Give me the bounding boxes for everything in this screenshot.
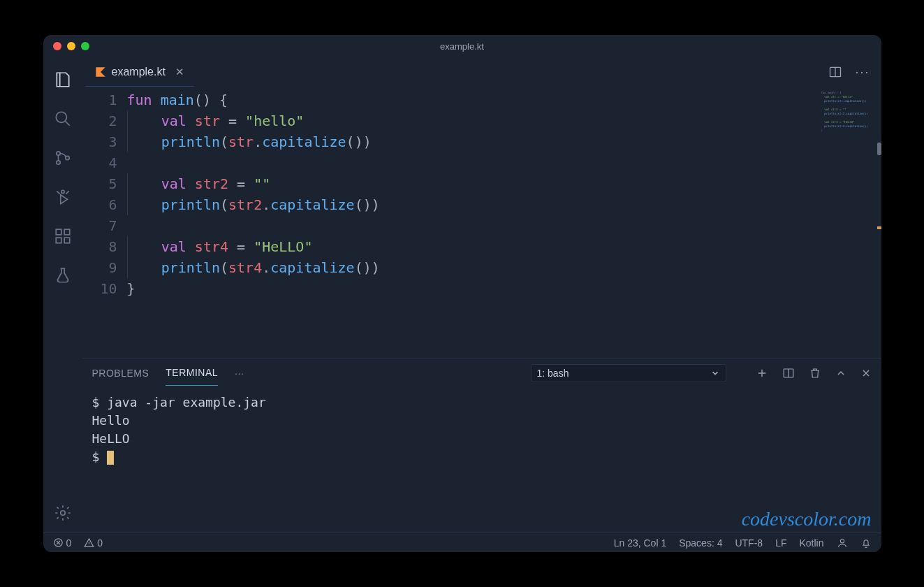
svg-point-0 — [56, 112, 66, 122]
settings-gear-icon[interactable] — [53, 503, 73, 523]
svg-rect-6 — [56, 238, 61, 243]
tab-close-icon[interactable]: ✕ — [175, 66, 184, 78]
svg-point-9 — [60, 511, 65, 516]
tab-label: example.kt — [112, 66, 166, 78]
status-warnings[interactable]: 0 — [84, 537, 103, 549]
code-content: fun main() { val str = "hello" println(s… — [127, 89, 819, 358]
status-cursor[interactable]: Ln 23, Col 1 — [614, 537, 667, 549]
chevron-down-icon — [710, 368, 720, 378]
panel-tab-terminal[interactable]: TERMINAL — [166, 360, 218, 386]
svg-rect-7 — [64, 238, 70, 243]
panel-tab-more[interactable]: ··· — [235, 361, 244, 386]
watermark: codevscolor.com — [742, 510, 872, 528]
terminal-output[interactable]: $ java -jar example.jarHelloHeLLO$ codev… — [82, 388, 881, 532]
minimap[interactable]: fun main() { val str = "hello" println(s… — [819, 87, 881, 358]
extensions-icon[interactable] — [53, 226, 73, 246]
split-terminal-icon[interactable] — [782, 367, 795, 379]
status-bell-icon[interactable] — [860, 537, 872, 549]
maximize-window-button[interactable] — [81, 42, 89, 50]
svg-point-2 — [56, 161, 59, 164]
terminal-selector[interactable]: 1: bash — [531, 364, 726, 382]
line-gutter: 12345678910 — [82, 89, 127, 358]
status-warning-count: 0 — [97, 537, 103, 549]
app-window: example.kt — [43, 35, 881, 552]
editor-tabs: example.kt ✕ ··· — [82, 57, 881, 87]
source-control-icon[interactable] — [53, 148, 73, 168]
svg-point-3 — [65, 156, 68, 159]
status-bar: 0 0 Ln 23, Col 1 Spaces: 4 UTF-8 LF Kotl… — [43, 532, 881, 552]
trash-terminal-icon[interactable] — [809, 367, 821, 379]
editor-more-icon[interactable]: ··· — [855, 65, 870, 80]
activity-bar — [43, 57, 82, 532]
svg-rect-8 — [64, 229, 70, 235]
search-icon[interactable] — [53, 109, 73, 129]
testing-icon[interactable] — [53, 266, 73, 285]
debug-icon[interactable] — [53, 187, 73, 207]
close-panel-icon[interactable] — [860, 368, 872, 379]
code-editor[interactable]: 12345678910 fun main() { val str = "hell… — [82, 87, 819, 358]
window-title: example.kt — [43, 41, 881, 52]
svg-point-13 — [840, 539, 844, 542]
svg-rect-5 — [56, 229, 61, 235]
status-error-count: 0 — [66, 537, 72, 549]
tab-example-kt[interactable]: example.kt ✕ — [85, 57, 194, 87]
status-language[interactable]: Kotlin — [799, 537, 823, 549]
explorer-icon[interactable] — [53, 70, 73, 89]
panel-tab-problems[interactable]: PROBLEMS — [92, 361, 149, 386]
svg-point-1 — [56, 152, 59, 155]
status-feedback-icon[interactable] — [837, 537, 848, 549]
status-spaces[interactable]: Spaces: 4 — [679, 537, 722, 549]
minimize-window-button[interactable] — [67, 42, 75, 50]
terminal-selector-label: 1: bash — [537, 368, 569, 379]
window-controls — [53, 42, 89, 50]
status-errors[interactable]: 0 — [53, 537, 72, 549]
kotlin-file-icon — [95, 66, 106, 78]
titlebar: example.kt — [43, 35, 881, 57]
maximize-panel-icon[interactable] — [835, 368, 846, 379]
status-encoding[interactable]: UTF-8 — [735, 537, 763, 549]
close-window-button[interactable] — [53, 42, 61, 50]
status-eol[interactable]: LF — [775, 537, 786, 549]
split-editor-icon[interactable] — [828, 65, 842, 79]
svg-point-4 — [61, 190, 64, 193]
new-terminal-icon[interactable] — [756, 367, 768, 379]
bottom-panel: PROBLEMS TERMINAL ··· 1: bash — [82, 358, 881, 532]
